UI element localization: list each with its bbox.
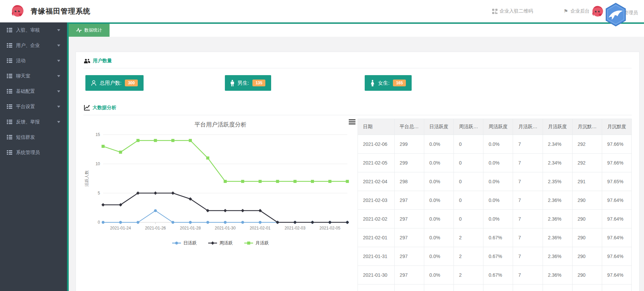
activity-table-card: 日期平台总…日活跃度周活跃…周活跃度月活跃…月活跃度月沉默…月沉默度 2021-…	[358, 116, 632, 291]
table-cell: 7	[513, 191, 543, 210]
table-cell: 299	[394, 154, 424, 172]
stat-badge: 135	[252, 80, 265, 86]
sidebar-item-2[interactable]: 用户、企业	[0, 38, 67, 53]
table-cell: 291	[572, 172, 602, 191]
svg-text:0: 0	[98, 220, 100, 225]
table-cell: 0.0%	[424, 191, 454, 210]
sidebar-item-9[interactable]: 系统管理员	[0, 145, 67, 160]
legend-item-月活跃[interactable]: 月活跃	[244, 240, 269, 246]
table-cell: 7	[513, 154, 543, 172]
legend-item-周活跃[interactable]: 周活跃	[208, 240, 233, 246]
legend-swatch-icon	[172, 241, 181, 245]
table-cell: 97.64%	[602, 247, 631, 266]
stat-badge: 300	[125, 80, 138, 86]
caret-down-icon	[57, 90, 60, 92]
activity-chart-svg[interactable]: 0510152021-01-242021-01-262021-01-282021…	[83, 129, 352, 237]
caret-down-icon	[57, 121, 60, 123]
table-cell: 0.0%	[424, 247, 454, 266]
xunlei-hexagon-icon[interactable]	[605, 3, 627, 27]
caret-down-icon	[57, 75, 60, 77]
enterprise-qrcode-link[interactable]: 企业入驻二维码	[492, 8, 533, 14]
sidebar-item-5[interactable]: 基础配置	[0, 84, 67, 99]
legend-label: 周活跃	[219, 240, 233, 246]
table-cell: 7	[513, 228, 543, 247]
table-column-header: 月沉默度	[602, 119, 631, 135]
sidebar-item-1[interactable]: 入驻、审核	[0, 22, 67, 38]
legend-item-日活跃[interactable]: 日活跃	[172, 240, 197, 246]
sidebar-item-3[interactable]: 活动	[0, 53, 67, 68]
enterprise-backend-link[interactable]: ⚑ 企业后台	[564, 8, 590, 14]
stat-card-label: 总用户数:	[100, 80, 121, 86]
hamburger-menu-icon[interactable]	[349, 119, 356, 125]
sidebar-item-label: 系统管理员	[16, 150, 40, 156]
table-cell: 97.66%	[602, 154, 631, 172]
table-column-header: 周活跃…	[454, 119, 483, 135]
table-cell: 0.0%	[424, 228, 454, 247]
user-area: 管理员	[590, 3, 638, 22]
table-cell: 292	[572, 135, 602, 154]
svg-text:5: 5	[98, 191, 100, 195]
sidebar-item-4[interactable]: 聊天室	[0, 68, 67, 84]
th-list-icon	[7, 150, 12, 155]
sidebar-item-7[interactable]: 反馈、举报	[0, 114, 67, 130]
stat-card-label: 女生:	[378, 80, 390, 86]
table-cell: 0.0%	[424, 154, 454, 172]
table-cell: 0.67%	[483, 266, 513, 285]
legend-label: 月活跃	[255, 240, 269, 246]
table-row: 2021-01-302970.0%20.67%72.36%29097.64%	[358, 266, 632, 285]
table-cell: 0	[454, 191, 483, 210]
table-cell: 0.67%	[483, 247, 513, 266]
table-column-header: 日期	[358, 119, 395, 135]
svg-text:2021-01-24: 2021-01-24	[110, 226, 131, 230]
table-cell: 2	[454, 285, 483, 291]
table-column-header: 月活跃…	[513, 119, 543, 135]
users-icon	[84, 58, 90, 64]
table-cell: 2021-02-01	[358, 228, 395, 247]
sidebar-item-label: 活动	[16, 58, 26, 64]
activity-table: 日期平台总…日活跃度周活跃…周活跃度月活跃…月活跃度月沉默…月沉默度 2021-…	[358, 119, 632, 291]
th-list-icon	[7, 120, 12, 124]
legend-label: 日活跃	[183, 240, 197, 246]
table-cell: 290	[572, 191, 602, 210]
table-cell: 2.36%	[543, 266, 572, 285]
user-count-section-header: 用户数量	[83, 52, 632, 68]
sidebar-item-8[interactable]: 短信群发	[0, 130, 67, 145]
qrcode-icon	[492, 9, 497, 14]
table-cell: 299	[394, 135, 424, 154]
svg-text:2021-01-26: 2021-01-26	[145, 226, 166, 230]
sidebar-item-label: 短信群发	[16, 134, 35, 140]
activity-chart-card: 平台用户活跃度分析 0510152021-01-242021-01-262021…	[83, 116, 358, 291]
table-cell: 0.67%	[483, 285, 513, 291]
table-cell: 7	[513, 266, 543, 285]
table-column-header: 月活跃度	[543, 119, 572, 135]
user-avatar[interactable]	[590, 4, 605, 19]
table-cell: 2021-01-31	[358, 247, 395, 266]
tab-data-statistics[interactable]: 数据统计	[69, 24, 110, 37]
table-cell: 7	[513, 210, 543, 228]
sidebar-item-6[interactable]: 平台设置	[0, 99, 67, 114]
table-cell: 11	[513, 285, 543, 291]
svg-text:2021-01-28: 2021-01-28	[180, 226, 201, 230]
table-cell: 0.0%	[483, 191, 513, 210]
legend-swatch-icon	[244, 241, 253, 245]
caret-down-icon	[57, 106, 60, 108]
chart-and-table-row: 平台用户活跃度分析 0510152021-01-242021-01-262021…	[83, 116, 632, 291]
table-cell: 2.36%	[543, 210, 572, 228]
table-cell: 0.0%	[483, 172, 513, 191]
table-cell: 2021-02-06	[358, 135, 395, 154]
table-cell: 0.0%	[424, 210, 454, 228]
header-links: 企业入驻二维码 ⚑ 企业后台	[492, 0, 590, 22]
table-cell: 2.36%	[543, 191, 572, 210]
table-cell: 0	[454, 135, 483, 154]
table-cell: 0	[454, 210, 483, 228]
sidebar-nav: 入驻、审核 用户、企业 活动 聊天室 基础配置 平台设置 反馈、举报	[0, 22, 69, 291]
chart-legend: 日活跃 周活跃 月活跃	[83, 240, 358, 246]
app-title: 青缘福田管理系统	[31, 0, 90, 22]
table-cell: 0.0%	[424, 266, 454, 285]
table-cell: 0.0%	[424, 135, 454, 154]
female-icon	[370, 80, 375, 86]
table-row: 2021-02-032970.0%00.0%72.36%29097.64%	[358, 191, 632, 210]
stat-card-label: 男生:	[237, 80, 249, 86]
table-cell: 290	[572, 210, 602, 228]
table-row: 2021-01-312970.0%20.67%72.36%29097.64%	[358, 247, 632, 266]
